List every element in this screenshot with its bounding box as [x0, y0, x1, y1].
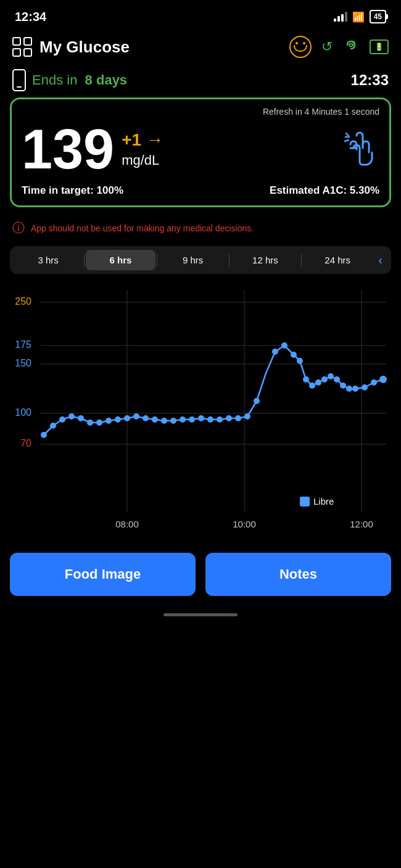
warning-text: App should not be used for making any me…: [31, 223, 254, 233]
svg-rect-57: [300, 497, 310, 506]
svg-point-44: [315, 379, 321, 386]
svg-point-17: [68, 413, 75, 420]
refresh-icon[interactable]: ↺: [321, 39, 333, 55]
svg-point-42: [303, 376, 309, 382]
header: My Glucose ↺ 🔋: [0, 31, 401, 65]
svg-point-39: [281, 342, 287, 349]
chart-area: 250 175 150 100 70: [10, 284, 391, 543]
svg-point-41: [297, 358, 303, 364]
svg-point-36: [244, 413, 250, 420]
refresh-text: Refresh in 4 Minutes 1 second: [22, 107, 379, 117]
svg-text:10:00: 10:00: [233, 519, 256, 529]
glucose-chart: 250 175 150 100 70: [10, 284, 391, 543]
svg-point-18: [78, 415, 84, 421]
time-btn-9hrs[interactable]: 9 hrs: [159, 250, 228, 270]
svg-point-29: [180, 416, 186, 423]
food-image-button[interactable]: Food Image: [10, 553, 196, 596]
svg-point-23: [124, 415, 130, 421]
time-btn-12hrs[interactable]: 12 hrs: [231, 250, 300, 270]
svg-point-34: [226, 415, 232, 421]
svg-point-26: [152, 416, 158, 423]
svg-point-16: [59, 416, 65, 423]
sensor-info: Ends in 8 days 12:33: [0, 65, 401, 97]
notes-button[interactable]: Notes: [205, 553, 391, 596]
svg-point-46: [328, 373, 334, 379]
header-actions: ↺ 🔋: [289, 36, 389, 58]
svg-point-14: [41, 432, 47, 438]
svg-point-45: [321, 376, 328, 382]
svg-point-38: [272, 349, 278, 355]
status-time: 12:34: [15, 10, 46, 24]
svg-text:150: 150: [15, 358, 31, 368]
battery-icon: 45: [370, 10, 386, 23]
app-title: My Glucose: [39, 38, 282, 57]
status-bar: 12:34 📶 45: [0, 0, 401, 31]
svg-text:08:00: 08:00: [115, 519, 139, 529]
status-icons: 📶 45: [334, 10, 386, 23]
svg-point-21: [105, 418, 112, 424]
svg-point-50: [352, 386, 358, 392]
svg-point-22: [115, 416, 121, 423]
time-in-target: Time in target: 100%: [22, 184, 123, 197]
link-icon[interactable]: [342, 39, 360, 55]
warning-bar: ⓘ App should not be used for making any …: [0, 215, 401, 241]
svg-point-33: [217, 416, 223, 423]
bottom-buttons: Food Image Notes: [0, 543, 401, 608]
svg-point-30: [189, 416, 195, 423]
sensor-battery-icon: 🔋: [370, 39, 389, 54]
svg-point-24: [133, 413, 139, 420]
estimated-a1c: Estimated A1C: 5.30%: [270, 184, 379, 197]
svg-point-43: [309, 382, 315, 389]
delta-value: +1: [122, 130, 141, 150]
svg-point-27: [161, 418, 167, 424]
time-btn-6hrs[interactable]: 6 hrs: [86, 250, 155, 270]
time-btn-3hrs[interactable]: 3 hrs: [14, 250, 83, 270]
svg-point-32: [207, 416, 213, 423]
glucose-footer: Time in target: 100% Estimated A1C: 5.30…: [22, 184, 379, 197]
warning-icon: ⓘ: [12, 220, 25, 236]
sensor-time: 12:33: [351, 72, 389, 89]
svg-point-53: [379, 376, 387, 383]
svg-point-51: [362, 384, 368, 391]
face-icon[interactable]: [289, 36, 312, 58]
svg-text:175: 175: [15, 339, 31, 350]
svg-point-15: [50, 423, 56, 429]
home-bar: [163, 613, 238, 616]
svg-point-35: [235, 415, 241, 421]
svg-point-19: [87, 420, 93, 426]
svg-point-20: [96, 420, 102, 426]
glucose-main: 139 +1 → mg/dL: [22, 122, 379, 177]
svg-text:Libre: Libre: [313, 496, 334, 506]
svg-point-49: [346, 386, 352, 392]
glucose-card: Refresh in 4 Minutes 1 second 139 +1 → m…: [10, 97, 391, 207]
sensor-left: Ends in 8 days: [12, 69, 127, 91]
home-indicator: [0, 608, 401, 624]
ends-days: 8 days: [85, 72, 128, 88]
delta-arrow: →: [146, 130, 163, 150]
time-btn-24hrs[interactable]: 24 hrs: [303, 250, 372, 270]
svg-point-52: [371, 379, 377, 386]
svg-rect-0: [349, 44, 353, 46]
svg-point-37: [254, 398, 260, 404]
svg-text:70: 70: [20, 438, 31, 448]
svg-point-28: [170, 418, 176, 424]
svg-point-48: [340, 382, 346, 389]
svg-point-31: [198, 415, 204, 421]
svg-point-40: [291, 352, 297, 358]
delta-row: +1 →: [122, 130, 163, 150]
time-selector: 3 hrs 6 hrs 9 hrs 12 hrs 24 hrs ‹: [10, 246, 391, 274]
svg-point-47: [334, 376, 340, 382]
grid-icon[interactable]: [12, 37, 32, 57]
signal-icon: [334, 12, 347, 22]
touch-icon: [340, 130, 379, 169]
wifi-icon: 📶: [352, 11, 365, 23]
svg-text:250: 250: [15, 296, 31, 307]
ends-label: Ends in 8 days: [32, 72, 127, 88]
glucose-value: 139: [22, 122, 114, 177]
chevron-left-btn[interactable]: ‹: [373, 253, 387, 267]
svg-text:12:00: 12:00: [350, 519, 373, 529]
delta-unit: mg/dL: [122, 152, 163, 168]
svg-point-25: [143, 415, 149, 421]
svg-text:100: 100: [15, 407, 31, 418]
glucose-delta: +1 → mg/dL: [122, 130, 163, 168]
